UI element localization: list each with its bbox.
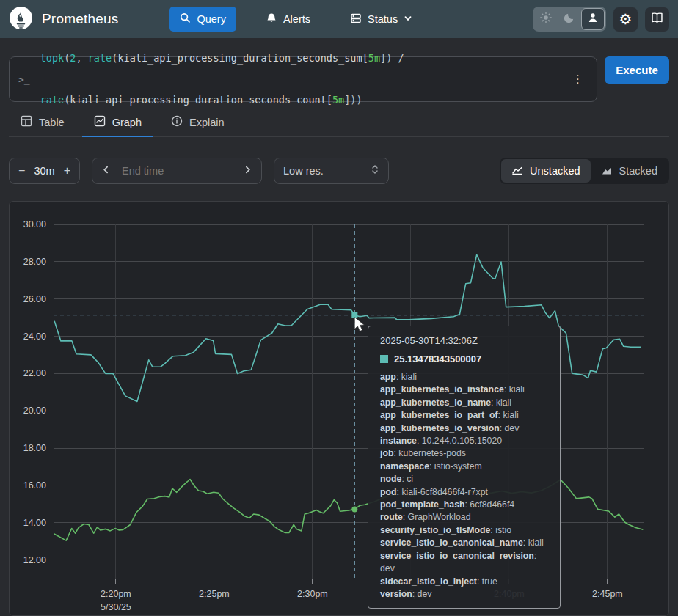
tooltip-value: 25.13478343500007 bbox=[394, 353, 481, 364]
settings-button[interactable]: ⚙ bbox=[613, 7, 638, 32]
resolution-select[interactable]: Low res. bbox=[274, 158, 389, 184]
tooltip-label-row: service_istio_io_canonical_name: kiali bbox=[380, 537, 548, 549]
end-time-input[interactable] bbox=[122, 165, 232, 177]
theme-dark-option[interactable] bbox=[558, 8, 581, 30]
sun-icon bbox=[540, 12, 552, 26]
tooltip-label-row: version: dev bbox=[380, 588, 548, 601]
y-axis-tick-label: 22.00 bbox=[23, 368, 46, 378]
tooltip-label-row: route: GraphWorkload bbox=[380, 511, 548, 524]
x-axis-tick-label: 2:20pm bbox=[101, 589, 131, 599]
unstacked-button[interactable]: Unstacked bbox=[501, 159, 591, 183]
area-chart-icon bbox=[601, 164, 613, 178]
y-axis-tick-label: 24.00 bbox=[23, 331, 46, 342]
chevron-up-down-icon bbox=[371, 164, 379, 178]
promql-token: )) bbox=[350, 94, 362, 106]
tooltip-label-row: instance: 10.244.0.105:15020 bbox=[380, 435, 548, 447]
promql-token: / bbox=[392, 52, 404, 64]
tooltip-label-row: app_kubernetes_io_name: kiali bbox=[380, 397, 548, 409]
query-row: >_ topk(2, rate(kiali_api_processing_dur… bbox=[9, 56, 669, 102]
tooltip-timestamp: 2025-05-30T14:32:06Z bbox=[380, 335, 548, 346]
theme-light-option[interactable] bbox=[534, 8, 558, 30]
promql-token: ] bbox=[380, 52, 386, 64]
mouse-cursor bbox=[354, 318, 364, 331]
theme-switcher bbox=[533, 7, 606, 32]
tooltip-label-row: pod_template_hash: 6cf8d466f4 bbox=[380, 499, 548, 511]
promql-token: kiali_api_processing_duration_seconds_su… bbox=[117, 52, 362, 64]
promql-token: [ bbox=[362, 52, 368, 64]
tooltip-label-row: app_kubernetes_io_version: dev bbox=[380, 422, 548, 435]
promql-token: , bbox=[76, 52, 87, 64]
tab-table[interactable]: Table bbox=[9, 115, 76, 136]
promql-token: rate bbox=[88, 52, 112, 64]
tooltip-label-row: node: ci bbox=[380, 473, 548, 485]
info-circle-icon bbox=[171, 115, 183, 129]
y-axis-tick-label: 14.00 bbox=[23, 518, 46, 528]
time-series-chart[interactable]: 30.0028.0026.0024.0022.0020.0018.0016.00… bbox=[10, 202, 668, 615]
y-axis-tick-label: 30.00 bbox=[23, 219, 46, 230]
gear-icon: ⚙ bbox=[619, 12, 633, 26]
y-axis-tick-label: 18.00 bbox=[23, 443, 46, 453]
tab-explain[interactable]: Explain bbox=[159, 115, 236, 136]
series-color-swatch bbox=[380, 355, 388, 363]
promql-token: 5m bbox=[332, 94, 344, 106]
stacked-button[interactable]: Stacked bbox=[591, 159, 668, 183]
promql-token: rate bbox=[40, 94, 65, 106]
stacked-label: Stacked bbox=[619, 165, 657, 177]
end-time-picker bbox=[92, 158, 262, 184]
chevron-right-icon[interactable] bbox=[243, 164, 252, 177]
y-axis-tick-label: 16.00 bbox=[23, 480, 46, 491]
tab-table-label: Table bbox=[39, 117, 65, 128]
expression-input[interactable]: >_ topk(2, rate(kiali_api_processing_dur… bbox=[9, 56, 597, 102]
tooltip-label-row: sidecar_istio_io_inject: true bbox=[380, 576, 548, 588]
tooltip-label-row: security_istio_io_tlsMode: istio bbox=[380, 524, 548, 537]
tab-graph[interactable]: Graph bbox=[82, 115, 153, 136]
promql-token: [ bbox=[327, 94, 332, 106]
range-increase-button[interactable]: + bbox=[64, 165, 70, 177]
range-value[interactable]: 30m bbox=[34, 165, 54, 177]
chevron-down-icon bbox=[404, 13, 412, 25]
range-stepper: − 30m + bbox=[9, 158, 80, 184]
terminal-prompt-icon: >_ bbox=[18, 74, 30, 85]
promql-token: topk bbox=[40, 52, 65, 64]
y-axis-tick-label: 26.00 bbox=[23, 294, 46, 304]
series-tooltip: 2025-05-30T14:32:06Z 25.13478343500007 a… bbox=[368, 326, 561, 609]
resolution-value: Low res. bbox=[283, 165, 324, 177]
tab-explain-label: Explain bbox=[189, 117, 225, 128]
prometheus-torch-icon bbox=[9, 6, 33, 33]
range-decrease-button[interactable]: − bbox=[18, 165, 25, 177]
promql-token: kiali_api_processing_duration_seconds_co… bbox=[70, 94, 327, 106]
prometheus-app: Prometheus Query Alerts bbox=[0, 0, 678, 616]
stacking-toggle: Unstacked Stacked bbox=[500, 158, 669, 184]
promql-token: 5m bbox=[368, 52, 380, 64]
y-axis-tick-label: 12.00 bbox=[23, 555, 46, 565]
book-icon bbox=[650, 11, 664, 28]
x-axis-tick-label: 2:25pm bbox=[199, 589, 230, 599]
tab-graph-label: Graph bbox=[112, 117, 142, 128]
series2-point-marker bbox=[351, 506, 357, 512]
tooltip-label-row: pod: kiali-6cf8d466f4-r7xpt bbox=[380, 486, 548, 499]
navbar-right: ⚙ bbox=[533, 7, 669, 32]
unstacked-label: Unstacked bbox=[530, 165, 580, 177]
result-tabs: Table Graph Explain bbox=[9, 115, 669, 137]
execute-button[interactable]: Execute bbox=[605, 56, 669, 84]
graph-controls: − 30m + Low res. bbox=[9, 158, 669, 184]
user-icon bbox=[587, 12, 599, 26]
x-axis-date-label: 5/30/25 bbox=[101, 602, 131, 612]
tooltip-label-row: service_istio_io_canonical_revision: dev bbox=[380, 550, 548, 576]
graph-panel: 30.0028.0026.0024.0022.0020.0018.0016.00… bbox=[9, 201, 669, 616]
x-axis-tick-label: 2:45pm bbox=[592, 589, 623, 599]
tooltip-value-row: 25.13478343500007 bbox=[380, 353, 548, 364]
y-axis-tick-label: 28.00 bbox=[23, 257, 46, 267]
tooltip-label-row: app: kiali bbox=[380, 371, 548, 384]
expression-menu-kebab-icon[interactable]: ⋮ bbox=[569, 70, 586, 89]
graph-icon bbox=[94, 115, 106, 129]
theme-auto-option[interactable] bbox=[581, 8, 605, 30]
docs-button[interactable] bbox=[645, 7, 669, 32]
tooltip-label-row: app_kubernetes_io_part_of: kiali bbox=[380, 409, 548, 422]
table-icon bbox=[21, 115, 32, 129]
tooltip-label-list: app: kialiapp_kubernetes_io_instance: ki… bbox=[380, 371, 548, 601]
tooltip-label-row: app_kubernetes_io_instance: kiali bbox=[380, 384, 548, 396]
y-axis-tick-label: 20.00 bbox=[23, 406, 46, 416]
moon-icon bbox=[564, 12, 575, 26]
chevron-left-icon[interactable] bbox=[101, 164, 111, 177]
